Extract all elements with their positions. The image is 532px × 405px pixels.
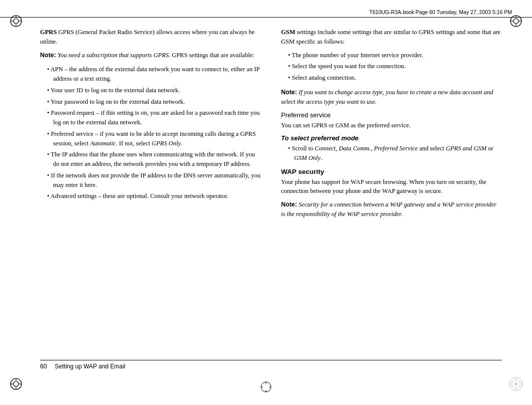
- header-bar: T610UG-R3A.book Page 60 Tuesday, May 27,…: [0, 9, 532, 18]
- corner-mark-br: [509, 377, 523, 391]
- bottom-center-mark: [260, 381, 272, 395]
- note-label-2: Note:: [281, 89, 297, 96]
- wap-security-text: Your phone has support for WAP secure br…: [281, 177, 502, 196]
- content-area: GPRS GPRS (General Packet Radio Service)…: [40, 28, 502, 370]
- note-text-3: Security for a connection between a WAP …: [281, 201, 496, 218]
- note-block-3: Note: Security for a connection between …: [281, 200, 502, 219]
- list-item: Your password to log on to the external …: [53, 97, 261, 107]
- wap-security-section: WAP security Your phone has support for …: [281, 168, 502, 196]
- note-text-1: You need a subscription that supports GP…: [58, 52, 170, 59]
- corner-mark-tl: [9, 14, 23, 28]
- gsm-intro-text: settings include some settings that are …: [281, 29, 500, 45]
- preferred-service-text: You can set GPRS or GSM as the preferred…: [281, 121, 502, 130]
- list-item: If the network does not provide the IP a…: [53, 171, 261, 190]
- svg-point-1: [14, 19, 19, 24]
- svg-point-20: [514, 382, 517, 385]
- corner-mark-bl: [9, 377, 23, 391]
- preferred-service-heading: Preferred service: [281, 111, 502, 119]
- list-item: Select the speed you want for the connec…: [294, 62, 502, 71]
- gprs-intro-text: GPRS (General Packet Radio Service) allo…: [40, 29, 254, 45]
- list-item: APN – the address of the external data n…: [53, 65, 261, 84]
- select-mode-heading: To select preferred mode: [281, 134, 502, 142]
- wap-security-heading: WAP security: [281, 168, 502, 175]
- gprs-intro: GPRS GPRS (General Packet Radio Service)…: [40, 28, 261, 47]
- two-column-layout: GPRS GPRS (General Packet Radio Service)…: [40, 28, 502, 354]
- corner-mark-tr: [509, 14, 523, 28]
- list-item: The IP address that the phone uses when …: [53, 150, 261, 169]
- note-label-3: Note:: [281, 201, 297, 208]
- note-continuation: GPRS settings that are available:: [172, 52, 254, 59]
- preferred-service-section: Preferred service You can set GPRS or GS…: [281, 111, 502, 130]
- header-text: T610UG-R3A.book Page 60 Tuesday, May 27,…: [369, 9, 512, 15]
- gsm-intro: GSM settings include some settings that …: [281, 28, 502, 47]
- svg-point-7: [513, 19, 518, 24]
- list-item: Password request – if this setting is on…: [53, 108, 261, 127]
- list-item: Your user ID to log on to the external d…: [53, 86, 261, 95]
- footer-title: Setting up WAP and Email: [55, 363, 125, 370]
- select-mode-section: To select preferred mode Scroll to Conne…: [281, 134, 502, 163]
- note-text-2: If you want to change access type, you h…: [281, 89, 493, 105]
- note-block-1: Note: You need a subscription that suppo…: [40, 51, 261, 60]
- gprs-bullets: APN – the address of the external data n…: [47, 65, 261, 201]
- gsm-bold-label: GSM: [281, 29, 295, 36]
- right-column: GSM settings include some settings that …: [281, 28, 502, 354]
- svg-point-13: [14, 381, 19, 386]
- page-number: 60: [40, 363, 47, 370]
- note-block-2: Note: If you want to change access type,…: [281, 88, 502, 107]
- list-item: The phone number of your Internet servic…: [294, 51, 502, 60]
- left-column: GPRS GPRS (General Packet Radio Service)…: [40, 28, 261, 354]
- page-wrapper: T610UG-R3A.book Page 60 Tuesday, May 27,…: [0, 0, 532, 405]
- list-item: Scroll to Connect, Data Comm., Preferred…: [294, 144, 502, 163]
- select-mode-bullets: Scroll to Connect, Data Comm., Preferred…: [288, 144, 502, 163]
- note-label-1: Note:: [40, 52, 56, 59]
- gsm-bullets: The phone number of your Internet servic…: [288, 51, 502, 83]
- list-item: Preferred service – if you want to be ab…: [53, 129, 261, 148]
- gprs-bold-label: GPRS: [40, 29, 57, 36]
- list-item: Advanced settings – these are optional. …: [53, 191, 261, 201]
- page-footer: 60 Setting up WAP and Email: [40, 360, 502, 370]
- list-item: Select analog connection.: [294, 73, 502, 83]
